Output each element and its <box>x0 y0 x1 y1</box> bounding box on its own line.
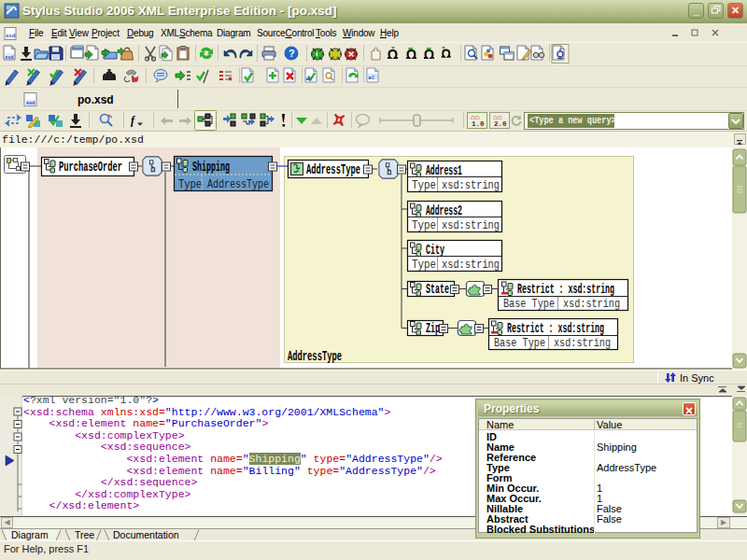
svg-text:e≡: e≡ <box>369 75 375 80</box>
svg-text:Type: Type <box>412 178 436 192</box>
svg-text:xsd: xsd <box>6 33 16 38</box>
svg-text:?: ? <box>289 48 295 59</box>
svg-text:Shipping: Shipping <box>192 160 230 175</box>
svg-text:AddressType: AddressType <box>306 162 360 177</box>
svg-text:Documentation: Documentation <box>113 529 179 540</box>
svg-text:xsd: xsd <box>5 54 13 60</box>
svg-text:Address2: Address2 <box>426 203 462 218</box>
svg-text:Tree: Tree <box>75 529 94 540</box>
svg-text:xsd:string: xsd:string <box>563 297 620 311</box>
svg-text:City: City <box>426 243 444 258</box>
svg-text:xsd:string: xsd:string <box>442 258 500 272</box>
svg-text:xsd: xsd <box>26 100 35 105</box>
svg-text:PurchaseOrder: PurchaseOrder <box>59 160 122 175</box>
svg-text:Restrict : xsd:string: Restrict : xsd:string <box>517 282 614 297</box>
svg-text:State: State <box>426 282 449 297</box>
svg-text:xsd:string: xsd:string <box>442 218 500 232</box>
svg-text:xsd:string: xsd:string <box>442 178 500 192</box>
svg-text:Restrict : xsd:string: Restrict : xsd:string <box>507 321 604 336</box>
svg-text:Address1: Address1 <box>426 163 462 178</box>
svg-text:f: f <box>131 114 135 127</box>
svg-text:Type: Type <box>412 218 436 232</box>
svg-text:2.0: 2.0 <box>494 120 507 128</box>
svg-text:AddressType: AddressType <box>288 349 342 364</box>
svg-text:Base Type: Base Type <box>503 297 555 311</box>
svg-text:Zip: Zip <box>426 321 440 336</box>
svg-text:AddressType: AddressType <box>207 177 269 191</box>
svg-text:1.0: 1.0 <box>472 120 485 128</box>
svg-text:xsd:string: xsd:string <box>554 336 611 350</box>
svg-text:Type: Type <box>412 258 436 272</box>
svg-text:Diagram: Diagram <box>11 529 49 540</box>
svg-text:Base Type: Base Type <box>494 336 545 350</box>
svg-text:Type: Type <box>178 177 202 191</box>
